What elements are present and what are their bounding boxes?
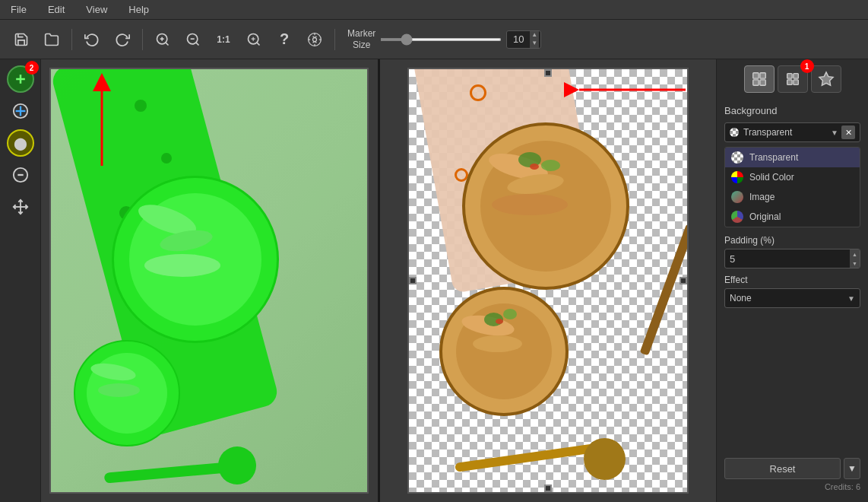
bg-option-image-label: Image <box>749 192 775 202</box>
main-area: 2 ⬤ <box>0 59 868 502</box>
ai-button[interactable] <box>301 26 328 53</box>
bg-option-transparent-label: Transparent <box>749 152 798 163</box>
bg-option-image[interactable]: Image <box>725 187 860 207</box>
canvas-area <box>41 59 716 502</box>
help-button[interactable]: ? <box>271 26 298 53</box>
bowl-bottom-right <box>439 287 569 416</box>
divider-1 <box>71 29 72 50</box>
marker-size-group: Marker Size ▲ ▼ <box>347 28 541 50</box>
erase-add-button[interactable] <box>7 97 34 125</box>
handle-top[interactable] <box>544 69 552 77</box>
svg-rect-23 <box>759 73 765 78</box>
bg-option-solid-label: Solid Color <box>749 172 794 183</box>
padding-label: Padding (%) <box>724 235 860 246</box>
background-options-list: Transparent Solid Color Image Original <box>724 147 860 227</box>
divider-3 <box>334 29 335 50</box>
divider-2 <box>142 29 143 50</box>
open-button[interactable] <box>38 26 65 53</box>
right-image-panel <box>378 59 717 502</box>
padding-field: ▲ ▼ <box>724 249 860 268</box>
svg-rect-26 <box>787 74 791 78</box>
credits-text: Credits: 6 <box>724 482 860 491</box>
solid-color-icon <box>731 171 743 183</box>
marker-spinner: ▲ ▼ <box>530 31 539 48</box>
tab-background[interactable] <box>744 65 775 93</box>
padding-down[interactable]: ▼ <box>850 259 860 268</box>
bg-option-original-label: Original <box>749 211 781 222</box>
transparent-icon <box>731 151 743 164</box>
badge-1: 1 <box>800 59 814 73</box>
reset-button[interactable]: Reset <box>724 458 841 479</box>
background-dropdown[interactable]: Transparent ▼ ✕ <box>724 122 860 142</box>
padding-up[interactable]: ▲ <box>850 249 860 259</box>
menu-view[interactable]: View <box>81 2 112 17</box>
tab-favorites[interactable] <box>811 65 841 93</box>
save-button[interactable] <box>8 26 35 53</box>
background-section: Background Transparent ▼ ✕ Transparent S… <box>717 100 868 319</box>
marker-size-up[interactable]: ▲ <box>530 31 539 40</box>
redo-button[interactable] <box>109 26 136 53</box>
svg-line-5 <box>196 42 199 45</box>
left-image-panel <box>41 59 378 502</box>
chopstick-right <box>639 224 688 355</box>
original-icon <box>731 211 743 223</box>
marker-size-input[interactable] <box>507 33 530 45</box>
svg-rect-27 <box>793 74 797 78</box>
svg-rect-29 <box>793 80 797 84</box>
menubar: File Edit View Help <box>0 0 868 20</box>
effect-arrow-icon: ▼ <box>847 294 855 303</box>
bg-option-original[interactable]: Original <box>725 207 860 227</box>
effect-label: Effect <box>724 275 860 285</box>
marker-value-box: ▲ ▼ <box>506 30 541 49</box>
bowl-top-right <box>462 122 629 290</box>
image-icon <box>731 191 743 203</box>
bg-dropdown-arrow-icon: ▼ <box>831 129 838 137</box>
circle-tool-button[interactable]: ⬤ <box>7 129 34 157</box>
move-tool-button[interactable] <box>7 193 34 221</box>
zoom-in-button[interactable] <box>149 26 176 53</box>
bg-dropdown-text: Transparent <box>743 127 828 138</box>
padding-input[interactable] <box>725 253 850 265</box>
menu-edit[interactable]: Edit <box>43 2 69 17</box>
padding-spinner: ▲ ▼ <box>850 249 860 268</box>
svg-marker-30 <box>819 72 832 85</box>
effect-value: None <box>730 293 847 303</box>
left-canvas[interactable] <box>49 68 369 494</box>
svg-point-9 <box>313 37 317 41</box>
toolbar: 1:1 ? Marker Size ▲ ▼ <box>0 20 868 59</box>
zoom-fit-button[interactable] <box>240 26 268 53</box>
marker-size-down[interactable]: ▼ <box>530 40 539 48</box>
reset-row: Reset ▼ <box>724 458 860 479</box>
brush-erase-button[interactable] <box>7 161 34 189</box>
svg-rect-24 <box>752 80 758 85</box>
handle-left[interactable] <box>409 277 417 284</box>
effect-select[interactable]: None ▼ <box>724 288 860 308</box>
svg-rect-28 <box>787 80 791 84</box>
marker-size-label: Marker Size <box>347 28 375 50</box>
menu-help[interactable]: Help <box>124 2 154 17</box>
bg-close-button[interactable]: ✕ <box>841 126 855 139</box>
transparent-corner-tr <box>622 69 689 145</box>
undo-button[interactable] <box>78 26 106 53</box>
handle-bottom[interactable] <box>544 485 552 492</box>
background-title: Background <box>724 105 860 116</box>
badge-2: 2 <box>25 61 39 75</box>
green-highlight <box>51 69 367 492</box>
left-tools: 2 ⬤ <box>0 59 41 502</box>
svg-rect-25 <box>759 80 765 85</box>
marker-size-slider[interactable] <box>380 38 502 41</box>
svg-rect-22 <box>752 73 758 78</box>
bg-dropdown-icon <box>730 128 739 137</box>
svg-line-8 <box>257 42 260 45</box>
handle-right[interactable] <box>680 277 687 284</box>
cloth-dot1 <box>470 84 486 101</box>
bg-option-solid-color[interactable]: Solid Color <box>725 167 860 187</box>
zoom-actual-button[interactable]: 1:1 <box>210 26 237 53</box>
bg-option-transparent[interactable]: Transparent <box>725 148 860 167</box>
transparent-corner-br <box>611 431 687 492</box>
reset-arrow-button[interactable]: ▼ <box>844 458 860 479</box>
menu-file[interactable]: File <box>6 2 31 17</box>
right-canvas[interactable] <box>407 68 689 494</box>
zoom-out-button[interactable] <box>179 26 207 53</box>
svg-line-1 <box>166 42 169 45</box>
